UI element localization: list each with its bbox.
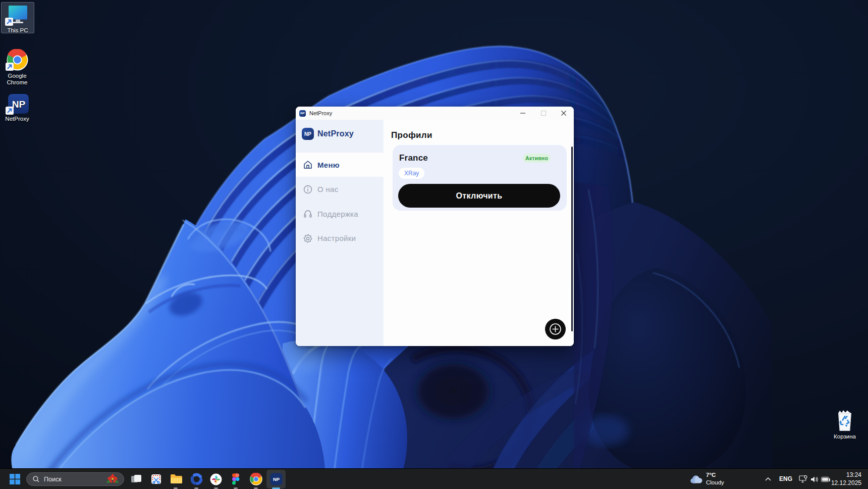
svg-text:NP: NP [273, 476, 279, 482]
svg-text:NP: NP [12, 99, 26, 110]
